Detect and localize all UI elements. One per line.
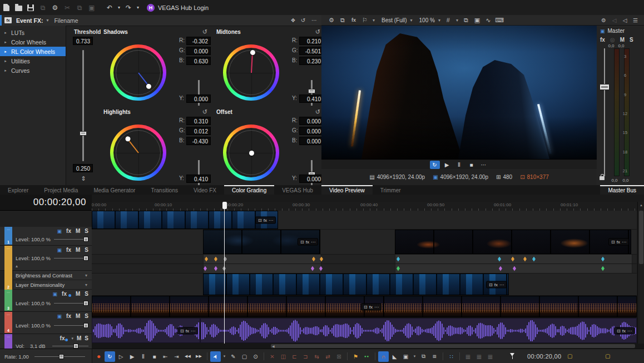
undo-dropdown-icon[interactable]: ▾ — [116, 3, 122, 13]
selection-edit-tool-button[interactable]: ▢ — [239, 351, 250, 362]
go-to-start-button[interactable]: ⇤ — [160, 351, 171, 362]
pause-button[interactable]: Ⅱ — [138, 351, 148, 362]
scroll-left-icon[interactable]: ◀ — [272, 344, 275, 348]
crop-icon[interactable]: ⊡ — [364, 304, 368, 309]
preview-quality-select[interactable]: Best (Full) — [382, 17, 407, 23]
event-fx-icon[interactable]: fx — [617, 240, 620, 245]
chevron-down-icon[interactable]: ▾ — [85, 282, 87, 287]
save-snapshot-icon[interactable]: ▣ — [472, 15, 483, 26]
fast-forward-button[interactable]: ▶▶ — [194, 351, 204, 362]
threshold-bottom-value[interactable]: 0.250 — [73, 164, 93, 172]
bus-assign-icon[interactable]: ▣ — [57, 228, 62, 234]
downmix-output-icon[interactable]: ◁ — [620, 16, 630, 25]
tab-transitions[interactable]: Transitions — [143, 185, 186, 195]
rate-slider[interactable] — [34, 356, 85, 357]
crop-icon[interactable]: ⊡ — [611, 240, 615, 245]
fx-dropdown-icon[interactable]: ▾ — [71, 336, 73, 341]
tab-media-generator[interactable]: Media Generator — [86, 185, 143, 195]
properties-gear-icon[interactable]: ⚙ — [49, 3, 61, 13]
clear-group-button[interactable]: ▦ — [485, 351, 496, 362]
y-value[interactable]: 0.000 — [299, 175, 324, 183]
master-fader[interactable] — [604, 48, 605, 176]
audio-event[interactable]: ⊡fx⋯ — [200, 318, 637, 343]
zoom-dropdown-icon[interactable]: ▾ — [436, 18, 443, 23]
wheel-pointer-dot[interactable] — [249, 151, 254, 156]
event-fx-dropdown-icon[interactable]: ▾ — [46, 18, 48, 23]
mixer-faders-icon[interactable]: ☰ — [631, 16, 640, 25]
play-from-start-button[interactable]: ▷ — [116, 351, 126, 362]
external-display-icon[interactable]: ⧉ — [337, 15, 348, 26]
video-output-fx-icon[interactable]: fx — [348, 15, 359, 26]
video-event[interactable] — [384, 296, 637, 317]
track-mute-button[interactable]: M — [77, 335, 81, 341]
preview-zoom-select[interactable]: 100 % — [419, 17, 435, 23]
r-value[interactable]: 0.310 — [186, 117, 211, 125]
track-mute-button[interactable]: M — [76, 247, 80, 253]
color-gradients-button[interactable]: ∷ — [446, 351, 457, 362]
quality-dropdown-icon[interactable]: ▾ — [408, 18, 415, 23]
edit-tool-dropdown[interactable]: ▾ — [221, 351, 227, 362]
more-icon[interactable]: ⋯ — [627, 328, 632, 333]
b-value[interactable]: 0.630 — [186, 57, 211, 65]
sidebar-item-rl-color-wheels[interactable]: ▸RL Color Wheels — [0, 47, 66, 56]
y-value[interactable]: 0.000 — [186, 95, 211, 103]
track-level-slider[interactable] — [54, 325, 88, 326]
scroll-up-icon[interactable]: ▲ — [638, 202, 644, 208]
track-mute-button[interactable]: M — [76, 228, 80, 234]
auto-ripple-button[interactable]: ▣ — [400, 351, 411, 362]
y-value[interactable]: 0.410 — [186, 175, 211, 183]
event-buttons[interactable]: ⊡fx⋯ — [177, 327, 198, 334]
crop-icon[interactable]: ⊡ — [489, 282, 493, 287]
keyboard-shortcuts-icon[interactable]: ⌨ — [494, 15, 505, 26]
zoom-edit-tool-button[interactable]: ⊙ — [250, 351, 261, 362]
crop-icon[interactable]: ⊡ — [258, 217, 262, 222]
master-fader-handle[interactable] — [600, 84, 610, 90]
lock-icon[interactable] — [600, 176, 605, 180]
video-event[interactable]: ⊡fx⋯ — [395, 230, 631, 254]
preview-play-button[interactable]: ▶ — [442, 161, 452, 169]
redo-dropdown-icon[interactable]: ▾ — [135, 3, 141, 13]
track-fx-button[interactable]: fx — [66, 313, 71, 319]
envelope-edit-tool-button[interactable]: ✎ — [228, 351, 239, 362]
collapse-automation-icon[interactable]: ▴ — [16, 263, 18, 268]
more-icon[interactable]: ⋯ — [499, 282, 504, 287]
y-value[interactable]: 0.410 — [299, 95, 324, 103]
r-value[interactable]: 0.210 — [299, 37, 324, 45]
chevron-down-icon[interactable]: ▾ — [85, 273, 87, 278]
reset-icon[interactable]: ↺ — [315, 28, 320, 36]
ungroup-button[interactable]: ▦ — [474, 351, 484, 362]
event-fx-icon[interactable]: fx — [186, 328, 189, 333]
crop-icon[interactable]: ⊡ — [180, 328, 184, 333]
bus-assign-icon[interactable]: ▣ — [57, 314, 62, 319]
event-fx-icon[interactable]: fx — [494, 282, 498, 287]
save-project-icon[interactable] — [24, 3, 37, 13]
track-solo-button[interactable]: S — [85, 228, 88, 234]
trim-start-button[interactable]: ⊏ — [289, 351, 300, 362]
more-icon[interactable]: ⋯ — [374, 304, 379, 309]
auto-ripple-dropdown[interactable]: ▾ — [412, 351, 418, 362]
sidebar-item-curves[interactable]: ▸Curves — [0, 66, 66, 75]
master-solo-button[interactable]: S — [630, 37, 633, 43]
track-level-slider[interactable] — [54, 239, 88, 240]
volume-slider[interactable] — [52, 346, 88, 346]
mixer-settings-icon[interactable]: ⚙ — [599, 16, 608, 25]
color-wheel-ring[interactable] — [110, 44, 166, 101]
event-buttons[interactable]: ⊡fx⋯ — [298, 238, 318, 246]
normal-edit-tool-button[interactable]: ➤ — [210, 351, 221, 362]
event-fx-icon[interactable]: fx — [264, 217, 267, 222]
bus-assign-icon[interactable]: ▣ — [57, 247, 62, 253]
automation-row-layer-dimensionality[interactable]: Layer Dimensionality▾ — [13, 280, 92, 290]
copy-snapshot-icon[interactable]: ⧉ — [460, 15, 472, 26]
track-solo-button[interactable]: S — [85, 313, 88, 319]
ignore-grouping-button[interactable]: ⧈ — [429, 351, 440, 362]
track-solo-button[interactable]: S — [85, 335, 88, 341]
plugin-chain-icon[interactable]: ❖ — [288, 15, 298, 26]
more-icon[interactable]: ⋯ — [311, 240, 315, 245]
r-value[interactable]: 0.000 — [299, 117, 324, 125]
track-mute-button[interactable]: M — [76, 291, 80, 297]
track-fx-button[interactable]: fx — [66, 247, 71, 253]
new-project-icon[interactable] — [0, 3, 12, 13]
playhead[interactable] — [224, 202, 225, 344]
more-options-icon[interactable]: ⋯ — [309, 15, 319, 26]
preview-settings-icon[interactable]: ⚙ — [326, 15, 337, 26]
